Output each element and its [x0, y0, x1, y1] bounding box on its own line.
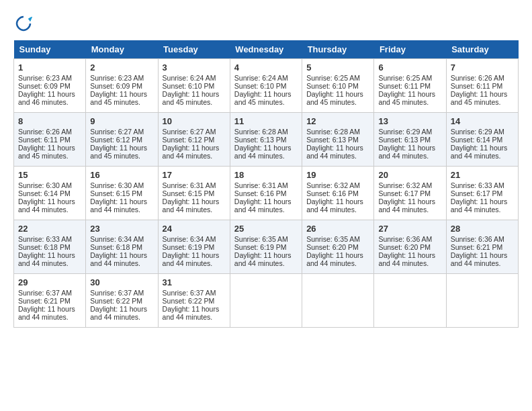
- sunset-text: Sunset: 6:17 PM: [451, 189, 503, 197]
- day-number: 20: [378, 170, 441, 180]
- day-number: 13: [378, 116, 441, 126]
- sunrise-text: Sunrise: 6:25 AM: [306, 74, 360, 82]
- daylight-text: Daylight: 11 hours and 44 minutes.: [18, 251, 75, 267]
- calendar-day-cell: 7 Sunrise: 6:26 AM Sunset: 6:11 PM Dayli…: [446, 59, 518, 113]
- daylight-text: Daylight: 11 hours and 45 minutes.: [90, 144, 147, 160]
- daylight-text: Daylight: 11 hours and 44 minutes.: [163, 305, 220, 321]
- sunrise-text: Sunrise: 6:29 AM: [451, 128, 504, 136]
- sunset-text: Sunset: 6:18 PM: [18, 243, 71, 251]
- empty-day-cell: [302, 274, 374, 328]
- sunrise-text: Sunrise: 6:24 AM: [234, 74, 288, 82]
- calendar-day-cell: 9 Sunrise: 6:27 AM Sunset: 6:12 PM Dayli…: [86, 113, 158, 167]
- calendar-day-cell: 24 Sunrise: 6:34 AM Sunset: 6:19 PM Dayl…: [158, 220, 230, 274]
- calendar-day-cell: 19 Sunrise: 6:32 AM Sunset: 6:16 PM Dayl…: [302, 167, 374, 220]
- day-number: 26: [306, 224, 369, 234]
- calendar-day-cell: 3 Sunrise: 6:24 AM Sunset: 6:10 PM Dayli…: [158, 59, 230, 113]
- sunset-text: Sunset: 6:19 PM: [234, 243, 287, 251]
- calendar-day-cell: 27 Sunrise: 6:36 AM Sunset: 6:20 PM Dayl…: [374, 220, 446, 274]
- calendar-day-cell: 13 Sunrise: 6:29 AM Sunset: 6:13 PM Dayl…: [374, 113, 446, 167]
- sunrise-text: Sunrise: 6:37 AM: [163, 289, 216, 297]
- day-number: 17: [163, 170, 226, 180]
- day-number: 4: [234, 62, 298, 73]
- empty-day-cell: [230, 274, 302, 328]
- daylight-text: Daylight: 11 hours and 44 minutes.: [234, 144, 292, 160]
- calendar-day-cell: 14 Sunrise: 6:29 AM Sunset: 6:14 PM Dayl…: [446, 113, 518, 167]
- daylight-text: Daylight: 11 hours and 45 minutes.: [163, 90, 220, 106]
- daylight-text: Daylight: 11 hours and 44 minutes.: [90, 305, 147, 321]
- sunset-text: Sunset: 6:10 PM: [306, 82, 359, 90]
- daylight-text: Daylight: 11 hours and 44 minutes.: [234, 251, 292, 267]
- column-header-friday: Friday: [374, 40, 446, 59]
- day-number: 16: [90, 170, 153, 180]
- day-number: 22: [18, 224, 81, 234]
- calendar-day-cell: 4 Sunrise: 6:24 AM Sunset: 6:10 PM Dayli…: [230, 59, 302, 113]
- day-number: 24: [163, 224, 226, 234]
- sunset-text: Sunset: 6:10 PM: [163, 82, 215, 90]
- column-header-tuesday: Tuesday: [158, 40, 230, 59]
- day-number: 18: [234, 170, 298, 180]
- calendar-week-row: 1 Sunrise: 6:23 AM Sunset: 6:09 PM Dayli…: [14, 59, 519, 113]
- calendar-week-row: 29 Sunrise: 6:37 AM Sunset: 6:21 PM Dayl…: [14, 274, 519, 328]
- calendar-day-cell: 29 Sunrise: 6:37 AM Sunset: 6:21 PM Dayl…: [14, 274, 86, 328]
- sunrise-text: Sunrise: 6:25 AM: [378, 74, 432, 82]
- day-number: 27: [378, 224, 441, 234]
- sunrise-text: Sunrise: 6:37 AM: [18, 289, 72, 297]
- calendar-day-cell: 12 Sunrise: 6:28 AM Sunset: 6:13 PM Dayl…: [302, 113, 374, 167]
- daylight-text: Daylight: 11 hours and 44 minutes.: [451, 251, 508, 267]
- calendar-table: SundayMondayTuesdayWednesdayThursdayFrid…: [13, 40, 519, 328]
- sunrise-text: Sunrise: 6:30 AM: [90, 181, 144, 189]
- sunset-text: Sunset: 6:13 PM: [378, 136, 431, 144]
- sunrise-text: Sunrise: 6:37 AM: [90, 289, 144, 297]
- sunset-text: Sunset: 6:18 PM: [90, 243, 142, 251]
- sunset-text: Sunset: 6:10 PM: [234, 82, 287, 90]
- daylight-text: Daylight: 11 hours and 44 minutes.: [163, 144, 220, 160]
- day-number: 31: [163, 277, 226, 287]
- daylight-text: Daylight: 11 hours and 44 minutes.: [378, 251, 435, 267]
- daylight-text: Daylight: 11 hours and 44 minutes.: [306, 251, 363, 267]
- sunset-text: Sunset: 6:14 PM: [451, 136, 503, 144]
- sunrise-text: Sunrise: 6:32 AM: [306, 181, 360, 189]
- sunrise-text: Sunrise: 6:33 AM: [18, 235, 72, 243]
- column-header-thursday: Thursday: [302, 40, 374, 59]
- calendar-day-cell: 1 Sunrise: 6:23 AM Sunset: 6:09 PM Dayli…: [14, 59, 86, 113]
- sunrise-text: Sunrise: 6:26 AM: [451, 74, 504, 82]
- column-header-sunday: Sunday: [14, 40, 86, 59]
- calendar-day-cell: 10 Sunrise: 6:27 AM Sunset: 6:12 PM Dayl…: [158, 113, 230, 167]
- calendar-week-row: 22 Sunrise: 6:33 AM Sunset: 6:18 PM Dayl…: [14, 220, 519, 274]
- sunrise-text: Sunrise: 6:34 AM: [163, 235, 216, 243]
- daylight-text: Daylight: 11 hours and 44 minutes.: [163, 197, 220, 214]
- daylight-text: Daylight: 11 hours and 45 minutes.: [306, 90, 363, 106]
- column-header-monday: Monday: [86, 40, 158, 59]
- sunset-text: Sunset: 6:15 PM: [163, 189, 215, 197]
- daylight-text: Daylight: 11 hours and 44 minutes.: [163, 251, 220, 267]
- day-number: 11: [234, 116, 298, 126]
- day-number: 5: [306, 62, 369, 73]
- day-number: 19: [306, 170, 369, 180]
- logo: [13, 13, 36, 34]
- column-header-saturday: Saturday: [446, 40, 518, 59]
- day-number: 28: [451, 224, 514, 234]
- page-header: [13, 13, 519, 34]
- sunset-text: Sunset: 6:22 PM: [90, 297, 142, 305]
- day-number: 8: [18, 116, 81, 126]
- day-number: 2: [90, 62, 153, 73]
- sunset-text: Sunset: 6:09 PM: [18, 82, 71, 90]
- sunrise-text: Sunrise: 6:31 AM: [234, 181, 288, 189]
- sunset-text: Sunset: 6:13 PM: [306, 136, 359, 144]
- calendar-day-cell: 6 Sunrise: 6:25 AM Sunset: 6:11 PM Dayli…: [374, 59, 446, 113]
- sunrise-text: Sunrise: 6:29 AM: [378, 128, 432, 136]
- calendar-week-row: 15 Sunrise: 6:30 AM Sunset: 6:14 PM Dayl…: [14, 167, 519, 220]
- sunrise-text: Sunrise: 6:31 AM: [163, 181, 216, 189]
- daylight-text: Daylight: 11 hours and 45 minutes.: [234, 90, 292, 106]
- calendar-day-cell: 17 Sunrise: 6:31 AM Sunset: 6:15 PM Dayl…: [158, 167, 230, 220]
- sunset-text: Sunset: 6:17 PM: [378, 189, 431, 197]
- daylight-text: Daylight: 11 hours and 44 minutes.: [378, 197, 435, 214]
- daylight-text: Daylight: 11 hours and 44 minutes.: [90, 197, 147, 214]
- day-number: 30: [90, 277, 153, 287]
- daylight-text: Daylight: 11 hours and 44 minutes.: [451, 197, 508, 214]
- daylight-text: Daylight: 11 hours and 44 minutes.: [306, 197, 363, 214]
- calendar-day-cell: 8 Sunrise: 6:26 AM Sunset: 6:11 PM Dayli…: [14, 113, 86, 167]
- sunrise-text: Sunrise: 6:33 AM: [451, 181, 504, 189]
- empty-day-cell: [374, 274, 446, 328]
- sunset-text: Sunset: 6:11 PM: [378, 82, 431, 90]
